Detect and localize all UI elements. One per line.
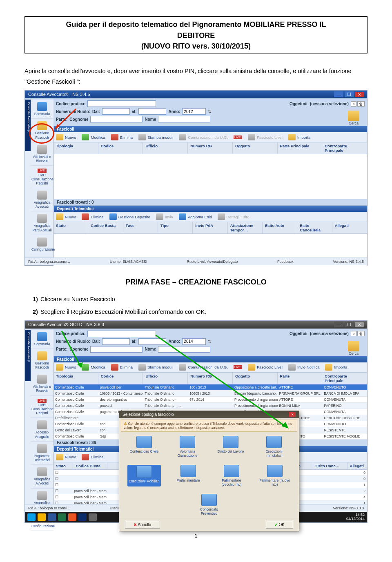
aggiorna-esiti-button[interactable]: Aggiorna Esiti — [179, 213, 212, 220]
window-title-bar: Consolle Avvocato® - NS-3.4.5 —☐✕ — [25, 91, 367, 98]
windows-start-icon[interactable] — [27, 513, 36, 521]
sidebar-item-configurazione[interactable]: Configurazione — [31, 235, 53, 254]
folder-icon — [267, 465, 283, 477]
nuovo-deposito-button[interactable]: Nuovo — [56, 454, 76, 460]
annotation-arrow-mobiliari — [151, 333, 290, 431]
new-icon — [56, 454, 63, 460]
oggetto-label: Oggetto/i: (nessuna selezione) — [290, 102, 349, 106]
fascicolo-live-button[interactable]: Fascicolo Live! — [248, 134, 283, 140]
tipo-concordato[interactable]: Concordato Preventivo — [193, 494, 225, 515]
search-icon — [348, 111, 359, 121]
subtitle: (NUOVO RITO vers. 30/10/2015) — [29, 42, 363, 51]
sidebar-item-sommario[interactable]: Sommario — [31, 100, 53, 119]
sidebar-tab[interactable]: Consolle Avvocato® — [25, 330, 31, 381]
sidebar-tab[interactable]: Consolle Avvocato® — [25, 100, 31, 151]
nuovo-button[interactable]: Nuovo — [56, 134, 76, 140]
elimina-button[interactable]: Elimina — [111, 134, 133, 140]
dettagli-esito-button[interactable]: Dettagli Esito — [218, 213, 249, 220]
explorer-icon[interactable] — [38, 513, 46, 521]
excel-icon[interactable] — [58, 513, 66, 521]
window-title: Consolle Avvocato® - NS-3.4.5 — [28, 92, 90, 97]
al-input[interactable] — [138, 108, 166, 115]
word-icon[interactable] — [48, 513, 56, 521]
delete-icon — [82, 213, 89, 220]
taskbar-clock[interactable]: 14.5204/12/2014 — [346, 513, 365, 521]
fascicoli-toolbar: Nuovo Modifica Elimina Stampa moduli Com… — [53, 132, 367, 142]
sidebar-item-accesso-anagrafe[interactable]: Accesso Anagrafe — [31, 418, 53, 441]
live-button[interactable]: LIVE! — [234, 136, 242, 139]
tipo-contenzioso-civile[interactable]: Contenzioso Civile — [128, 436, 160, 458]
sidebar-item-sommario[interactable]: Sommario — [31, 330, 53, 349]
sidebar-item-anagrafica-avvocati[interactable]: Anagrafica Avvocati — [31, 465, 53, 488]
live-icon: LIVE! — [38, 169, 46, 173]
cognome-input[interactable] — [90, 116, 143, 122]
dal-input[interactable] — [102, 338, 130, 345]
manage-icon — [109, 213, 117, 220]
comunicazioni-button[interactable]: Comunicazioni da U.G. — [179, 134, 228, 140]
tipo-prefallimentare[interactable]: Prefallimentare — [172, 465, 204, 486]
anno-input[interactable] — [182, 108, 206, 115]
importa-button[interactable]: Importa — [325, 364, 347, 371]
tipo-volontaria[interactable]: Volontaria Giurisdizione — [172, 436, 203, 458]
people-icon — [37, 467, 47, 476]
svg-line-2 — [62, 331, 80, 366]
app-icon[interactable] — [89, 513, 97, 521]
sidebar-item-anagrafica-parti[interactable]: Anagrafica Parti Abituali — [31, 211, 53, 235]
stampa-button[interactable]: Stampa moduli — [138, 134, 173, 140]
stepper-icon[interactable]: ⇅ — [208, 109, 211, 114]
elimina-deposito-button[interactable]: Elimina — [82, 454, 103, 460]
taskbar-left — [27, 513, 97, 521]
gestione-deposito-button[interactable]: Gestione Deposito — [109, 213, 150, 220]
close-icon[interactable]: ✕ — [355, 92, 364, 97]
oggetto-buttons[interactable]: ○🗑 — [351, 331, 365, 336]
sidebar-item-atti[interactable]: Atti Inviati e Ricevuti — [31, 142, 53, 166]
minimize-icon[interactable]: — — [334, 322, 343, 327]
elimina-deposito-button[interactable]: Elimina — [82, 213, 103, 220]
sidebar-item-live[interactable]: LIVE!LIVE! Consultazione Registri — [31, 396, 53, 418]
mail-icon — [37, 375, 47, 384]
cerca-button[interactable]: Cerca — [343, 111, 364, 125]
tipo-esecuzioni-immobiliari[interactable]: Esecuzioni Immobiliari — [258, 436, 290, 458]
svg-line-0 — [57, 109, 76, 127]
window-title: Consolle Avvocato® GOLD - NS-3.8.3 — [28, 322, 104, 327]
sidebar-item-atti[interactable]: Atti Inviati e Ricevuti — [31, 372, 53, 395]
importa-button[interactable]: Importa — [288, 134, 310, 140]
people-icon — [37, 491, 47, 500]
folder-icon — [37, 351, 47, 360]
app-icon[interactable] — [78, 513, 87, 521]
tipo-diritto-lavoro[interactable]: Diritto del Lavoro — [215, 436, 247, 458]
sidebar-item-pagamenti[interactable]: Pagamenti Telematici — [31, 442, 53, 465]
invia-button[interactable]: Invia — [156, 213, 173, 220]
oggetto-buttons[interactable]: ○🗑 — [351, 101, 365, 107]
minimize-icon[interactable]: — — [334, 91, 343, 97]
elimina-button[interactable]: Elimina — [111, 364, 133, 371]
cognome-input[interactable] — [90, 346, 143, 353]
import-icon — [325, 364, 332, 371]
firefox-icon[interactable] — [68, 513, 76, 521]
status-bar: P.d.A.: bologna.er.consi… Utente: ELVIS … — [25, 258, 367, 265]
maximize-icon[interactable]: ☐ — [345, 322, 354, 327]
fascicoli-grid-header: TipologiaCodiceUfficioNumero RGOggettoPa… — [53, 142, 367, 154]
maximize-icon[interactable]: ☐ — [345, 91, 354, 97]
tipo-esecuzioni-mobiliari[interactable]: Esecuzioni Mobiliari — [127, 465, 161, 486]
ok-button[interactable]: ✔ OK — [266, 521, 293, 529]
close-icon[interactable]: ✕ — [355, 322, 364, 327]
status-feedback[interactable]: Feedback — [277, 260, 294, 264]
invio-notifica-button[interactable]: Invio Notifica — [288, 364, 319, 371]
annulla-button[interactable]: ✖ Annulla — [125, 521, 160, 529]
codice-input[interactable] — [87, 100, 156, 107]
codice-input[interactable] — [87, 331, 156, 337]
search-panel: Codice pratica:Oggetto/i: (nessuna selez… — [53, 98, 367, 126]
folder-icon — [136, 436, 152, 448]
sidebar-item-anagrafica-avvocati[interactable]: Anagrafica Avvocati — [31, 188, 53, 211]
nome-input[interactable] — [158, 116, 210, 122]
annotation-arrow — [53, 107, 78, 131]
sidebar-item-live[interactable]: LIVE!LIVE! Consultazione Registri — [31, 166, 53, 188]
dal-input[interactable] — [102, 108, 130, 115]
tipo-fallimentare-vecchio[interactable]: Fallimentare (vecchio rito) — [216, 465, 247, 486]
modifica-button[interactable]: Modifica — [82, 134, 105, 140]
sidebar-item-gestione-fascicoli[interactable]: Gestione Fascicoli — [31, 349, 53, 372]
nuovo-deposito-button[interactable]: Nuovo — [56, 213, 76, 220]
tipo-fallimentare-nuovo[interactable]: Fallimentare (nuovo rito) — [259, 465, 291, 486]
cerca-button[interactable]: Cerca — [343, 341, 364, 355]
